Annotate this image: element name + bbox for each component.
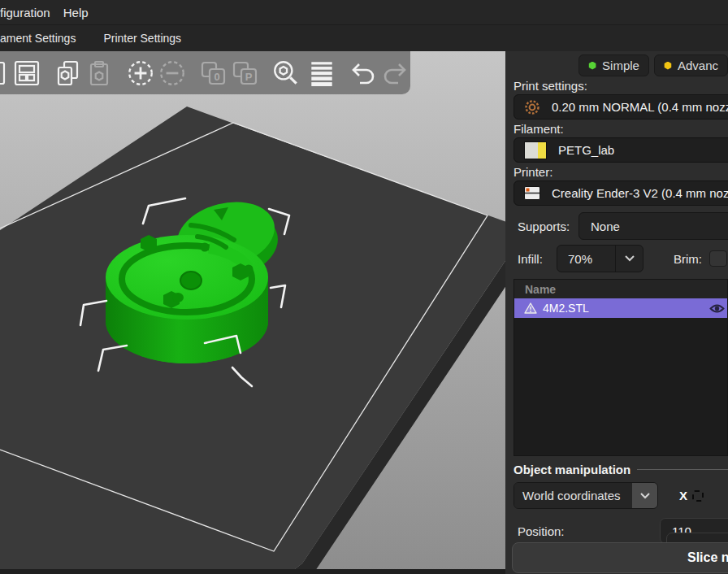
window-bottom-edge (0, 569, 505, 574)
scene-canvas (0, 51, 505, 574)
paste-button[interactable] (84, 55, 115, 91)
supports-value: None (591, 220, 620, 233)
undo-icon (349, 59, 378, 88)
redo-button[interactable] (379, 55, 410, 91)
chevron-down-icon (625, 255, 635, 262)
printer-icon (524, 186, 540, 200)
print-settings-label: Print settings: (514, 79, 728, 93)
coordinates-dropdown[interactable]: World coordinates (514, 482, 658, 509)
print-settings-value: 0.20 mm NORMAL (0.4 mm nozz (552, 100, 728, 114)
supports-combo[interactable]: None (578, 212, 728, 240)
simple-mode-label: Simple (602, 59, 639, 72)
menu-item-help[interactable]: Help (57, 6, 95, 20)
search-button[interactable] (270, 55, 301, 91)
undo-button[interactable] (348, 55, 379, 91)
redo-icon (380, 59, 410, 88)
remove-instance-icon (158, 59, 187, 88)
split-to-objects-icon: 0 (199, 59, 227, 87)
column-name-header: Name (525, 283, 556, 296)
filament-value: PETG_lab (558, 143, 614, 157)
axis-x-label: X (679, 489, 687, 502)
add-part-button[interactable] (0, 55, 11, 91)
copy-button[interactable] (52, 55, 84, 91)
simple-mode-dot-icon (588, 62, 596, 70)
paste-icon (85, 59, 113, 87)
viewport-toolbar: 0 P (0, 51, 410, 94)
printer-label: Printer: (514, 165, 728, 179)
infill-combo[interactable]: 70% (557, 245, 644, 272)
supports-label: Supports: (514, 220, 578, 233)
3d-viewport[interactable]: 0 P (0, 51, 505, 574)
object-name: 4M2.STL (543, 302, 589, 315)
arrange-button[interactable] (11, 55, 43, 91)
mode-toggle: Simple Advanc (514, 54, 728, 76)
search-icon (271, 59, 301, 88)
object-list: Name 4M2.STL (514, 279, 728, 456)
add-instance-icon (126, 59, 155, 88)
object-list-header: Name (514, 280, 727, 298)
filament-combo[interactable]: PETG_lab (514, 137, 728, 163)
printer-value: Creality Ender-3 V2 (0.4 mm noz (552, 186, 728, 200)
tab-filament-settings[interactable]: ament Settings (0, 32, 80, 45)
warning-icon (524, 302, 537, 314)
position-label: Position: (514, 524, 660, 538)
section-divider (637, 469, 728, 470)
coordinates-value: World coordinates (514, 483, 632, 508)
eye-icon (709, 303, 725, 314)
printer-combo[interactable]: Creality Ender-3 V2 (0.4 mm noz (514, 180, 728, 206)
svg-text:P: P (245, 71, 253, 83)
add-instance-button[interactable] (125, 55, 157, 91)
chevron-down-icon (640, 493, 650, 499)
split-to-parts-icon: P (231, 59, 258, 87)
tab-printer-settings[interactable]: Printer Settings (98, 32, 186, 45)
mode-simple-button[interactable]: Simple (578, 54, 649, 76)
menu-bar: figuration Help (0, 0, 728, 24)
filament-label: Filament: (514, 122, 728, 136)
slice-now-button[interactable]: Slice now (512, 542, 728, 573)
copy-icon (54, 59, 82, 87)
infill-label: Infill: (514, 252, 557, 266)
print-settings-icon (524, 99, 540, 115)
slicer-window: figuration Help ament Settings Printer S… (0, 0, 728, 574)
filament-color-swatch-icon (524, 141, 547, 159)
brim-checkbox[interactable] (709, 250, 727, 267)
print-settings-combo[interactable]: 0.20 mm NORMAL (0.4 mm nozz (514, 94, 728, 120)
advanced-mode-dot-icon (664, 62, 672, 70)
infill-value: 70% (557, 246, 615, 272)
object-manipulation-title: Object manipulation (514, 463, 630, 476)
advanced-mode-label: Advanc (678, 59, 718, 72)
mode-advanced-button[interactable]: Advanc (654, 54, 728, 76)
settings-tab-bar: ament Settings Printer Settings (0, 24, 728, 51)
variable-layer-height-button[interactable] (306, 55, 338, 91)
toggle-visibility-button[interactable] (709, 303, 725, 314)
coordinates-dropdown-arrow[interactable] (632, 483, 657, 508)
split-to-parts-button[interactable]: P (229, 55, 261, 91)
variable-layer-height-icon (307, 59, 336, 88)
object-row-4m2[interactable]: 4M2.STL (514, 298, 727, 318)
svg-text:0: 0 (214, 71, 220, 83)
split-to-objects-button[interactable]: 0 (197, 55, 229, 91)
infill-dropdown-arrow[interactable] (615, 246, 643, 272)
menu-item-configuration[interactable]: figuration (0, 6, 57, 20)
axis-frame-icon (692, 490, 704, 502)
brim-label: Brim: (674, 252, 702, 266)
add-part-icon (0, 59, 10, 87)
arrange-icon (13, 59, 41, 87)
remove-instance-button[interactable] (156, 55, 188, 91)
sidebar: Simple Advanc Print settings: 0.20 mm NO… (505, 51, 728, 574)
